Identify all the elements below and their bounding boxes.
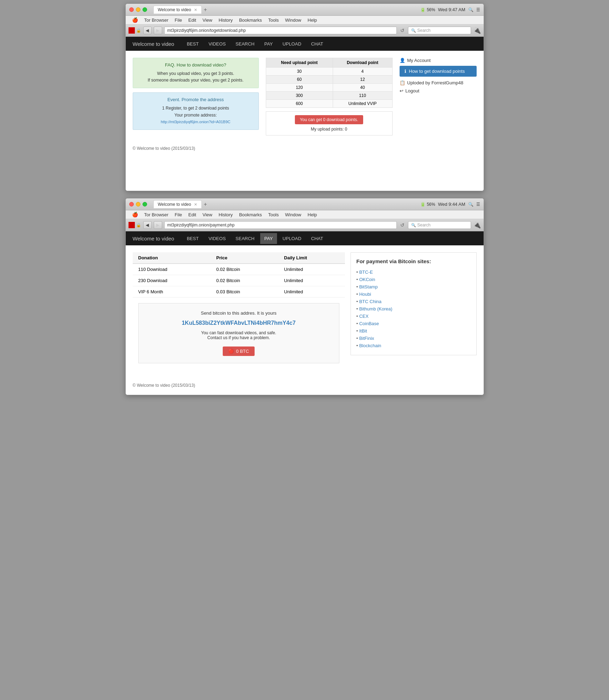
menu2-tor[interactable]: Tor Browser — [141, 211, 171, 218]
okcoin-link[interactable]: OKCoin — [359, 277, 375, 282]
new-tab-button-2[interactable]: + — [202, 201, 209, 208]
bitstamp-link[interactable]: BitStamp — [359, 284, 378, 289]
btc-address[interactable]: 1KuL583biZ2YtkWFAbvLTNi4bHR7hmY4c7 — [146, 320, 332, 326]
footer-1: © Welcome to video (2015/03/13) — [133, 142, 477, 151]
btce-link[interactable]: BTC-E — [359, 270, 373, 275]
url-bar-2[interactable]: mt3pirzdiyqf6jim.onion/payment.php — [164, 221, 397, 229]
nav2-upload[interactable]: UPLOAD — [278, 233, 305, 244]
price-2: 0.02 Bitcoin — [211, 275, 279, 286]
promote-url[interactable]: http://mt3pirzdiyqf6jim.onion?id=A01B9C — [161, 120, 230, 124]
menu-view[interactable]: View — [200, 17, 215, 23]
back-button-2[interactable]: ◀ — [143, 221, 152, 229]
nav-chat[interactable]: CHAT — [307, 38, 327, 49]
apple-logo[interactable]: 🍎 — [129, 16, 141, 23]
apple-logo-2[interactable]: 🍎 — [129, 211, 141, 218]
nav2-pay[interactable]: PAY — [260, 233, 277, 244]
maximize-button-2[interactable] — [143, 202, 147, 206]
close-button-2[interactable] — [129, 202, 134, 206]
btc-button[interactable]: 🔴 0 BTC — [223, 346, 255, 356]
menu2-file[interactable]: File — [172, 211, 185, 218]
nav2-videos[interactable]: VIDEOS — [204, 233, 230, 244]
my-account-link[interactable]: 👤 My Account — [400, 58, 477, 63]
houbi-link[interactable]: Houbi — [359, 292, 371, 297]
nav-pay[interactable]: PAY — [260, 38, 277, 49]
nav2-best[interactable]: BEST — [182, 233, 203, 244]
security-icon-group-2: 🔒 — [129, 222, 141, 228]
nav-upload[interactable]: UPLOAD — [278, 38, 305, 49]
menu2-tools[interactable]: Tools — [265, 211, 282, 218]
itbit-link[interactable]: ItBit — [359, 328, 367, 334]
menu-help[interactable]: Help — [305, 17, 320, 23]
how-to-button[interactable]: ℹ How to get download points — [400, 66, 477, 77]
url-text: mt3pirzdiyqf6jim.onion/togetdownload.php — [167, 28, 246, 33]
nav2-chat[interactable]: CHAT — [307, 233, 327, 244]
menu2-window[interactable]: Window — [282, 211, 304, 218]
menu2-bookmarks[interactable]: Bookmarks — [236, 211, 265, 218]
btc-btn-label: 0 BTC — [236, 349, 249, 354]
forward-button[interactable]: ▶ — [154, 27, 162, 34]
new-tab-button[interactable]: + — [202, 7, 209, 13]
menu-icon-2[interactable]: ☰ — [476, 202, 480, 207]
menu2-view[interactable]: View — [200, 211, 215, 218]
payment-row: VIP 6 Month 0.03 Bitcoin Unlimited — [133, 286, 345, 298]
cex-link[interactable]: CEX — [359, 314, 369, 319]
blockchain-link[interactable]: Blockchain — [359, 343, 381, 348]
event-line1: 1 Register, to get 2 download points — [162, 106, 229, 111]
menu-edit[interactable]: Edit — [186, 17, 199, 23]
logout-link[interactable]: ↩ Logout — [400, 88, 477, 93]
payment-row: 230 Download 0.02 Bitcoin Unlimited — [133, 275, 345, 286]
uploaded-by-label: Uploded by ForrestGump48 — [407, 80, 463, 85]
nav-search[interactable]: SEARCH — [231, 38, 259, 49]
need-600: 600 — [266, 100, 333, 108]
active-tab-2[interactable]: Welcome to video ✕ — [153, 200, 202, 208]
close-button[interactable] — [129, 7, 134, 12]
menu2-history[interactable]: History — [216, 211, 235, 218]
menu-icon[interactable]: ☰ — [476, 7, 480, 12]
table-row: 60 12 — [266, 76, 392, 84]
reload-button-2[interactable]: ↺ — [399, 222, 406, 228]
minimize-button[interactable] — [136, 7, 140, 12]
dl-110: 110 — [333, 92, 392, 100]
menu-tor-browser[interactable]: Tor Browser — [141, 17, 171, 23]
list-item: BitFinix — [357, 335, 471, 342]
reload-button[interactable]: ↺ — [399, 28, 406, 33]
back-button[interactable]: ◀ — [143, 27, 152, 34]
menu-history[interactable]: History — [216, 17, 235, 23]
menu2-help[interactable]: Help — [305, 211, 320, 218]
search-bar-2[interactable]: 🔍 Search — [408, 221, 471, 229]
tab-close-icon[interactable]: ✕ — [194, 8, 197, 12]
nav-best[interactable]: BEST — [182, 38, 203, 49]
center-column: Need upload point Download point 30 4 60 — [266, 58, 393, 135]
bithumb-link[interactable]: Bithumb (Korea) — [359, 306, 393, 312]
menu2-edit[interactable]: Edit — [186, 211, 199, 218]
search-icon-2[interactable]: 🔍 — [468, 202, 473, 207]
coinbase-link[interactable]: CoinBase — [359, 321, 379, 326]
clock: Wed 9:47 AM — [438, 7, 465, 12]
menu-file[interactable]: File — [172, 17, 185, 23]
list-item: BTC-E — [357, 268, 471, 276]
nav-videos[interactable]: VIDEOS — [204, 38, 230, 49]
tab-close-icon-2[interactable]: ✕ — [194, 202, 197, 207]
menu-window[interactable]: Window — [282, 17, 304, 23]
limit-3: Unlimited — [278, 286, 345, 298]
list-item: CEX — [357, 313, 471, 320]
nav2-search[interactable]: SEARCH — [231, 233, 259, 244]
maximize-button[interactable] — [143, 7, 147, 12]
search-bar[interactable]: 🔍 Search — [408, 27, 471, 34]
uploaded-by-link[interactable]: 📋 Uploded by ForrestGump48 — [400, 80, 477, 85]
search-placeholder-2: Search — [417, 223, 431, 227]
active-tab[interactable]: Welcome to video ✕ — [153, 6, 202, 14]
minimize-button-2[interactable] — [136, 202, 140, 206]
window-2: Welcome to video ✕ + 🔋 56% Wed 9:44 AM 🔍… — [125, 198, 484, 395]
traffic-lights-2 — [129, 202, 147, 206]
search-icon[interactable]: 🔍 — [468, 7, 473, 12]
forward-button-2[interactable]: ▶ — [154, 221, 162, 229]
get-points-button[interactable]: You can get 0 download points. — [295, 115, 363, 124]
url-bar[interactable]: mt3pirzdiyqf6jim.onion/togetdownload.php — [164, 27, 397, 34]
bitfinix-link[interactable]: BitFinix — [359, 336, 374, 341]
table-row: 600 Unlimited VVIP — [266, 100, 392, 108]
btcchina-link[interactable]: BTC China — [359, 299, 382, 304]
menu-bookmarks[interactable]: Bookmarks — [236, 17, 265, 23]
menu-tools[interactable]: Tools — [265, 17, 282, 23]
upload-label-text: My upload points: — [311, 127, 344, 132]
